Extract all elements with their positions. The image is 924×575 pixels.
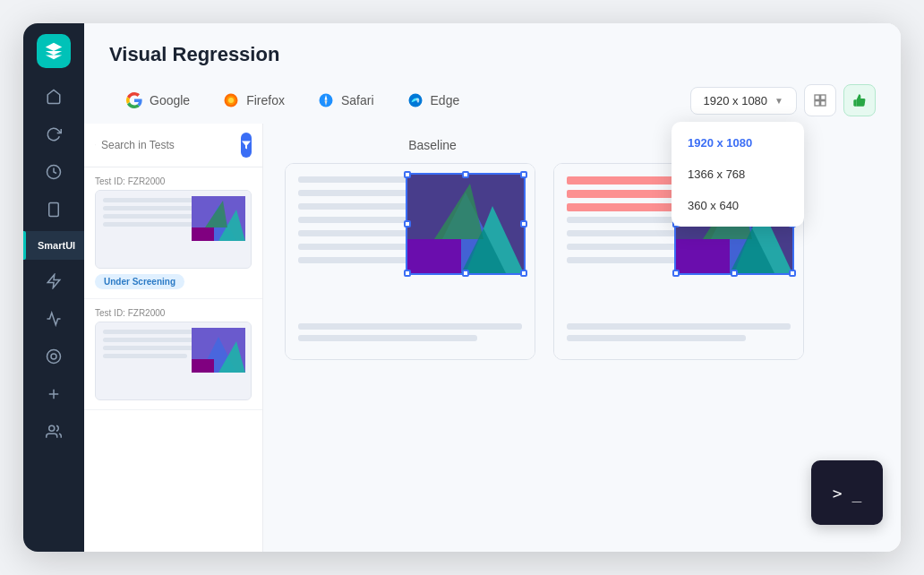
resolution-option-360[interactable]: 360 x 640: [672, 190, 804, 221]
baseline-label: Baseline: [292, 138, 573, 152]
resolution-option-1920[interactable]: 1920 x 1080: [672, 127, 804, 159]
svg-point-5: [47, 350, 61, 364]
sidebar-item-device[interactable]: [38, 193, 70, 226]
tab-edge[interactable]: Edge: [390, 84, 476, 116]
svg-rect-20: [821, 101, 826, 106]
resolution-button[interactable]: 1920 x 1080 ▼: [690, 87, 797, 115]
firefox-tab-label: Firefox: [246, 93, 285, 107]
sidebar-item-refresh[interactable]: [38, 118, 70, 150]
test-item-1[interactable]: Test ID: FZR2000: [84, 167, 262, 299]
test-item-2[interactable]: Test ID: FZR2000: [84, 299, 262, 410]
status-badge-1: Under Screening: [95, 274, 184, 289]
baseline-screenshot: [285, 163, 535, 360]
firefox-icon: [222, 91, 240, 109]
svg-rect-19: [815, 101, 819, 106]
app-container: SmartUI Visual Regression: [23, 23, 901, 552]
search-bar: [84, 124, 262, 167]
resolution-dropdown: 1920 x 1080 1366 x 768 360 x 640: [672, 122, 804, 227]
svg-marker-23: [242, 142, 251, 150]
svg-marker-4: [47, 275, 60, 288]
search-icon: [95, 139, 96, 151]
sidebar-item-chart[interactable]: [38, 303, 70, 335]
test-id-2: Test ID: FZR2000: [95, 308, 252, 318]
left-panel: Test ID: FZR2000: [84, 124, 263, 552]
google-icon: [125, 91, 143, 109]
tab-google[interactable]: Google: [109, 84, 206, 116]
sidebar-smart-ui-label: SmartUI: [38, 240, 75, 251]
tab-firefox[interactable]: Firefox: [206, 84, 301, 116]
filter-icon: [241, 140, 252, 150]
logo-icon: [44, 41, 64, 61]
sidebar-item-add[interactable]: [38, 378, 70, 410]
safari-tab-label: Safari: [341, 93, 374, 107]
thumbs-up-icon: [852, 93, 867, 107]
test-id-1: Test ID: FZR2000: [95, 176, 252, 186]
filter-button[interactable]: [241, 133, 252, 158]
svg-point-12: [228, 98, 234, 103]
chevron-down-icon: ▼: [774, 96, 783, 106]
compare-icon: [813, 93, 827, 107]
svg-rect-32: [192, 359, 214, 373]
resolution-current: 1920 x 1080: [704, 94, 768, 107]
terminal-prompt: > _: [833, 484, 862, 502]
sidebar-item-clock[interactable]: [38, 156, 70, 188]
test-thumbnail-1: [95, 190, 252, 269]
terminal-widget[interactable]: > _: [811, 460, 883, 525]
test-thumbnail-2: [95, 322, 252, 400]
svg-rect-18: [821, 95, 826, 99]
svg-rect-1: [49, 203, 59, 217]
page-title: Visual Regression: [109, 43, 876, 66]
page-header: Visual Regression: [84, 23, 901, 77]
sidebar-item-smart-ui[interactable]: SmartUI: [23, 231, 84, 260]
sidebar-item-layers[interactable]: [38, 340, 70, 373]
resolution-selector: 1920 x 1080 ▼ 1920 x 1080 1366 x 768 360…: [690, 84, 876, 116]
resolution-option-1366[interactable]: 1366 x 768: [672, 159, 804, 190]
browser-bar: Google Firefox Safari E: [84, 77, 901, 124]
search-input[interactable]: [101, 139, 235, 151]
google-tab-label: Google: [150, 93, 190, 107]
svg-point-9: [49, 425, 55, 431]
safari-icon: [317, 91, 335, 109]
app-logo[interactable]: [37, 34, 71, 68]
sidebar-item-lightning[interactable]: [38, 265, 70, 297]
svg-point-21: [95, 145, 96, 146]
main-content: Visual Regression Google Firefox: [84, 23, 901, 552]
edge-tab-label: Edge: [431, 93, 460, 107]
approve-button[interactable]: [843, 84, 876, 116]
screenshot-area: Baseline: [263, 124, 901, 552]
sidebar-item-users[interactable]: [38, 416, 70, 448]
svg-rect-27: [192, 227, 214, 241]
edge-icon: [406, 91, 424, 109]
sidebar: SmartUI: [23, 23, 84, 552]
compare-button[interactable]: [804, 84, 836, 116]
svg-point-6: [51, 354, 56, 359]
tab-safari[interactable]: Safari: [301, 84, 390, 116]
svg-rect-17: [815, 95, 819, 99]
sidebar-item-home[interactable]: [38, 81, 70, 113]
